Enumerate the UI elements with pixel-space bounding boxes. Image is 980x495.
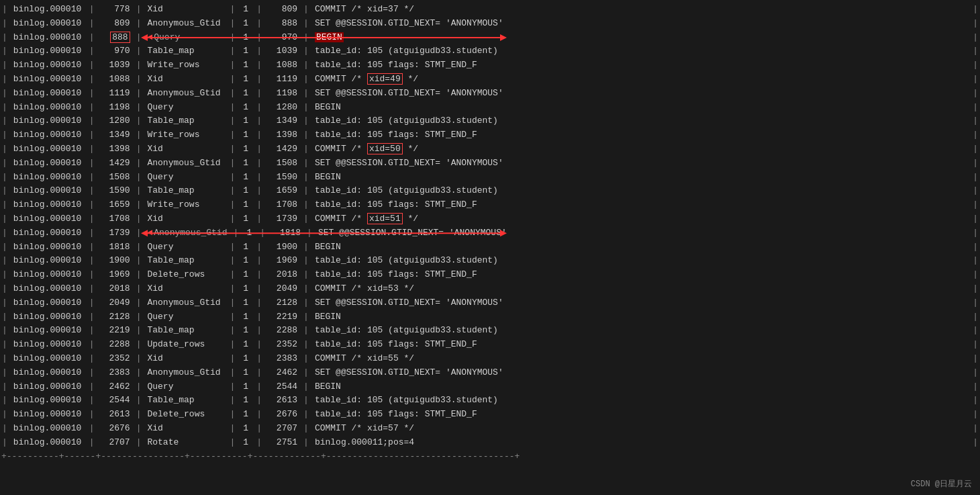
- col-log: binlog.000010: [8, 3, 89, 17]
- col-sv: 1: [236, 422, 256, 436]
- sep: |: [89, 184, 95, 198]
- col-sv: 1: [236, 142, 256, 156]
- col-end: 1739: [262, 212, 303, 226]
- col-end: 1708: [262, 198, 303, 212]
- sep: |: [972, 282, 979, 296]
- sep: |: [89, 87, 95, 101]
- sep: |: [89, 408, 95, 422]
- sep: |: [303, 101, 309, 115]
- sep: |: [256, 198, 262, 212]
- sep: |: [972, 240, 979, 255]
- col-end: 1818: [266, 226, 306, 240]
- col-end: 2352: [262, 338, 303, 352]
- col-info: COMMIT /* xid=55 */: [309, 352, 972, 366]
- col-event: ◄Query: [142, 31, 229, 45]
- col-sv: 1: [236, 128, 256, 142]
- sep: |: [229, 156, 236, 171]
- sep: |: [1, 58, 8, 73]
- col-sv: 1: [236, 58, 256, 73]
- sep: |: [1, 408, 8, 422]
- col-end: 1119: [262, 73, 303, 87]
- sep: |: [972, 366, 979, 380]
- col-pos: 1739: [95, 226, 136, 240]
- col-pos: 778: [95, 3, 136, 17]
- col-log: binlog.000010: [8, 128, 89, 142]
- sep: |: [972, 128, 979, 142]
- col-event: Query: [142, 171, 229, 185]
- col-end: 2018: [262, 268, 303, 282]
- col-end: 1088: [262, 58, 303, 73]
- col-end: 1198: [262, 87, 303, 101]
- sep: |: [229, 240, 236, 255]
- col-end: 970: [262, 31, 303, 45]
- sep: |: [303, 3, 309, 17]
- col-sv: 1: [236, 310, 256, 324]
- sep: |: [256, 338, 262, 352]
- sep: |: [1, 198, 8, 212]
- col-info: SET @@SESSION.GTID_NEXT= 'ANONYMOUS': [309, 366, 972, 380]
- col-event: Xid: [142, 3, 229, 17]
- sep: |: [1, 184, 8, 198]
- col-end: 2462: [262, 366, 303, 380]
- table-row: | binlog.000010 | 2383 | Anonymous_Gtid …: [0, 366, 980, 380]
- sep: |: [1, 394, 8, 408]
- col-pos: 2383: [95, 366, 136, 380]
- col-end: 809: [262, 3, 303, 17]
- sep: |: [256, 114, 262, 128]
- sep: |: [303, 212, 309, 226]
- col-sv: 1: [236, 268, 256, 282]
- sep: |: [229, 338, 236, 352]
- col-log: binlog.000010: [8, 296, 89, 310]
- sep: |: [1, 240, 8, 255]
- col-log: binlog.000010: [8, 352, 89, 366]
- sep: |: [89, 268, 95, 282]
- bottom-separator: +----------+------+----------------+----…: [0, 450, 980, 463]
- sep: |: [1, 114, 8, 128]
- sep: |: [136, 212, 142, 226]
- col-end: 1039: [262, 44, 303, 58]
- sep: |: [972, 254, 979, 268]
- col-pos: 2219: [95, 324, 136, 338]
- col-sv: 1: [236, 254, 256, 268]
- sep: |: [89, 198, 95, 212]
- sep: |: [89, 44, 95, 58]
- sep: |: [229, 282, 236, 296]
- sep: |: [1, 101, 8, 115]
- sep: |: [256, 268, 262, 282]
- sep: |: [972, 198, 979, 212]
- col-pos: 1088: [95, 73, 136, 87]
- sep: |: [89, 380, 95, 394]
- sep: |: [1, 268, 8, 282]
- col-pos: 2676: [95, 422, 136, 436]
- sep: |: [1, 44, 8, 58]
- sep: |: [972, 171, 979, 185]
- sep: |: [256, 240, 262, 255]
- sep: |: [1, 31, 8, 45]
- col-info: table_id: 105 flags: STMT_END_F: [309, 58, 972, 73]
- sep: |: [136, 58, 142, 73]
- sep: |: [972, 226, 979, 240]
- table-row: | binlog.000010 | 1739 | ◄Anonymous_Gtid…: [0, 226, 980, 240]
- col-pos: 2288: [95, 338, 136, 352]
- col-info: table_id: 105 (atguigudb33.student): [309, 254, 972, 268]
- sep: |: [229, 254, 236, 268]
- col-log: binlog.000010: [8, 254, 89, 268]
- col-sv: 1: [236, 352, 256, 366]
- sep: |: [256, 408, 262, 422]
- sep: |: [229, 212, 236, 226]
- col-log: binlog.000010: [8, 156, 89, 171]
- col-end: 2751: [262, 436, 303, 450]
- table-container: | binlog.000010 | 778 | Xid | 1 | 809 | …: [0, 3, 980, 450]
- sep: |: [256, 254, 262, 268]
- sep: |: [303, 198, 309, 212]
- sep: |: [1, 171, 8, 185]
- sep: |: [303, 171, 309, 185]
- col-pos: 809: [95, 17, 136, 31]
- col-sv: 1: [236, 31, 256, 45]
- sep: |: [303, 296, 309, 310]
- col-end: 2383: [262, 352, 303, 366]
- col-sv: 1: [236, 240, 256, 255]
- sep: |: [303, 254, 309, 268]
- sep: |: [972, 212, 979, 226]
- col-sv: 1: [236, 394, 256, 408]
